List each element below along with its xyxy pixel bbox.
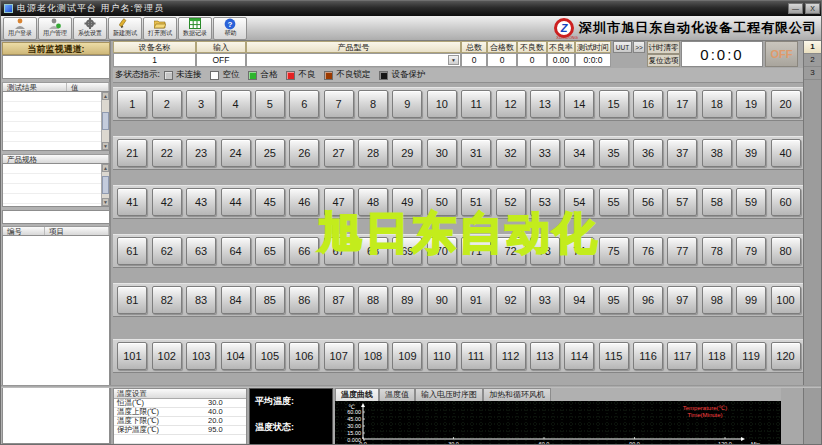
channel-button-49[interactable]: 49 — [392, 188, 422, 216]
channel-button-24[interactable]: 24 — [221, 139, 251, 167]
channel-button-22[interactable]: 22 — [152, 139, 182, 167]
minimize-button[interactable]: — — [788, 3, 803, 14]
channel-button-28[interactable]: 28 — [358, 139, 388, 167]
channel-button-50[interactable]: 50 — [427, 188, 457, 216]
item-table-body[interactable] — [2, 235, 110, 444]
channel-button-81[interactable]: 81 — [117, 286, 147, 314]
channel-button-56[interactable]: 56 — [633, 188, 663, 216]
channel-button-93[interactable]: 93 — [530, 286, 560, 314]
chart-tab-0[interactable]: 温度曲线 — [335, 388, 379, 401]
channel-button-101[interactable]: 101 — [117, 342, 147, 370]
channel-button-69[interactable]: 69 — [392, 237, 422, 265]
uut-button[interactable]: UUT — [613, 41, 632, 53]
channel-button-64[interactable]: 64 — [221, 237, 251, 265]
channel-button-51[interactable]: 51 — [461, 188, 491, 216]
channel-button-109[interactable]: 109 — [392, 342, 422, 370]
channel-button-29[interactable]: 29 — [392, 139, 422, 167]
channel-button-59[interactable]: 59 — [736, 188, 766, 216]
channel-button-14[interactable]: 14 — [564, 90, 594, 118]
channel-button-10[interactable]: 10 — [427, 90, 457, 118]
channel-button-79[interactable]: 79 — [736, 237, 766, 265]
channel-button-68[interactable]: 68 — [358, 237, 388, 265]
toolbar-button-user-manage[interactable]: 用户管理 — [38, 17, 72, 40]
channel-button-6[interactable]: 6 — [289, 90, 319, 118]
channel-button-70[interactable]: 70 — [427, 237, 457, 265]
channel-button-15[interactable]: 15 — [599, 90, 629, 118]
channel-button-11[interactable]: 11 — [461, 90, 491, 118]
scroll-up-icon[interactable]: ▲ — [102, 92, 109, 100]
channel-button-84[interactable]: 84 — [221, 286, 251, 314]
channel-button-103[interactable]: 103 — [186, 342, 216, 370]
channel-button-5[interactable]: 5 — [255, 90, 285, 118]
channel-button-25[interactable]: 25 — [255, 139, 285, 167]
channel-button-53[interactable]: 53 — [530, 188, 560, 216]
channel-button-102[interactable]: 102 — [152, 342, 182, 370]
channel-button-60[interactable]: 60 — [771, 188, 801, 216]
channel-button-39[interactable]: 39 — [736, 139, 766, 167]
channel-button-119[interactable]: 119 — [736, 342, 766, 370]
device-page-tab-3[interactable]: 3 — [804, 67, 821, 80]
toolbar-button-new-test[interactable]: 新建测试 — [108, 17, 142, 40]
channel-button-48[interactable]: 48 — [358, 188, 388, 216]
channel-button-2[interactable]: 2 — [152, 90, 182, 118]
channel-button-3[interactable]: 3 — [186, 90, 216, 118]
channel-button-9[interactable]: 9 — [392, 90, 422, 118]
toolbar-button-open-test[interactable]: 打开测试 — [143, 17, 177, 40]
channel-button-54[interactable]: 54 — [564, 188, 594, 216]
chevron-down-icon[interactable]: ▼ — [448, 55, 459, 65]
channel-button-73[interactable]: 73 — [530, 237, 560, 265]
channel-button-8[interactable]: 8 — [358, 90, 388, 118]
channel-button-62[interactable]: 62 — [152, 237, 182, 265]
close-button[interactable]: X — [805, 3, 820, 14]
channel-button-47[interactable]: 47 — [324, 188, 354, 216]
channel-button-13[interactable]: 13 — [530, 90, 560, 118]
channel-button-37[interactable]: 37 — [667, 139, 697, 167]
timer-clear-button[interactable]: 计时清零 — [647, 41, 680, 54]
channel-button-4[interactable]: 4 — [221, 90, 251, 118]
channel-button-86[interactable]: 86 — [289, 286, 319, 314]
spec-table-body[interactable]: ▲ ▼ — [2, 163, 110, 207]
toolbar-button-data-record[interactable]: 数据记录 — [178, 17, 212, 40]
channel-button-89[interactable]: 89 — [392, 286, 422, 314]
channel-button-80[interactable]: 80 — [771, 237, 801, 265]
channel-button-21[interactable]: 21 — [117, 139, 147, 167]
chart-tab-3[interactable]: 加热和循环风机 — [483, 388, 551, 401]
channel-button-44[interactable]: 44 — [221, 188, 251, 216]
channel-button-120[interactable]: 120 — [771, 342, 801, 370]
channel-button-108[interactable]: 108 — [358, 342, 388, 370]
channel-button-72[interactable]: 72 — [496, 237, 526, 265]
channel-button-82[interactable]: 82 — [152, 286, 182, 314]
channel-button-91[interactable]: 91 — [461, 286, 491, 314]
channel-button-32[interactable]: 32 — [496, 139, 526, 167]
channel-button-31[interactable]: 31 — [461, 139, 491, 167]
channel-button-23[interactable]: 23 — [186, 139, 216, 167]
channel-button-55[interactable]: 55 — [599, 188, 629, 216]
channel-button-92[interactable]: 92 — [496, 286, 526, 314]
channel-button-113[interactable]: 113 — [530, 342, 560, 370]
channel-button-76[interactable]: 76 — [633, 237, 663, 265]
channel-button-96[interactable]: 96 — [633, 286, 663, 314]
channel-button-65[interactable]: 65 — [255, 237, 285, 265]
scroll-down-icon[interactable]: ▼ — [102, 198, 109, 206]
channel-button-99[interactable]: 99 — [736, 286, 766, 314]
channel-button-98[interactable]: 98 — [702, 286, 732, 314]
channel-button-100[interactable]: 100 — [771, 286, 801, 314]
channel-button-38[interactable]: 38 — [702, 139, 732, 167]
channel-button-46[interactable]: 46 — [289, 188, 319, 216]
channel-button-27[interactable]: 27 — [324, 139, 354, 167]
channel-button-43[interactable]: 43 — [186, 188, 216, 216]
channel-button-66[interactable]: 66 — [289, 237, 319, 265]
scroll-up-icon[interactable]: ▲ — [102, 164, 109, 172]
scroll-down-icon[interactable]: ▼ — [102, 142, 109, 150]
channel-button-117[interactable]: 117 — [667, 342, 697, 370]
channel-button-114[interactable]: 114 — [564, 342, 594, 370]
channel-button-34[interactable]: 34 — [564, 139, 594, 167]
channel-button-16[interactable]: 16 — [633, 90, 663, 118]
channel-button-33[interactable]: 33 — [530, 139, 560, 167]
channel-button-110[interactable]: 110 — [427, 342, 457, 370]
channel-button-41[interactable]: 41 — [117, 188, 147, 216]
channel-button-78[interactable]: 78 — [702, 237, 732, 265]
channel-button-71[interactable]: 71 — [461, 237, 491, 265]
channel-button-36[interactable]: 36 — [633, 139, 663, 167]
toolbar-button-system-settings[interactable]: 系统设置 — [73, 17, 107, 40]
